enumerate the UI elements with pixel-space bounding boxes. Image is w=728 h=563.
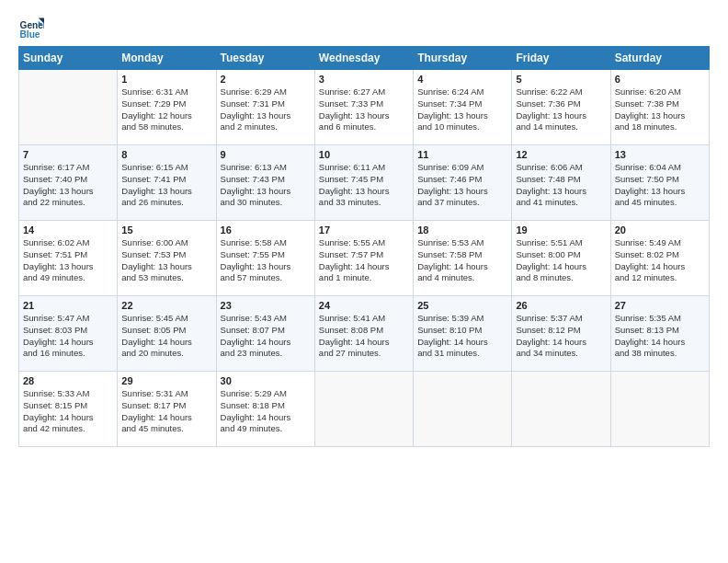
day-cell: 23Sunrise: 5:43 AM Sunset: 8:07 PM Dayli… [216,296,314,372]
day-number: 11 [417,149,507,160]
svg-text:Blue: Blue [20,29,40,40]
day-cell: 27Sunrise: 5:35 AM Sunset: 8:13 PM Dayli… [610,296,709,372]
day-info: Sunrise: 5:29 AM Sunset: 8:18 PM Dayligh… [221,388,311,435]
day-number: 19 [516,224,606,236]
weekday-header-friday: Friday [512,47,610,70]
week-row-3: 21Sunrise: 5:47 AM Sunset: 8:03 PM Dayli… [19,296,710,372]
day-number: 16 [221,224,311,236]
day-number: 20 [615,224,705,236]
day-number: 26 [516,300,606,311]
day-number: 2 [221,74,311,85]
day-cell: 25Sunrise: 5:39 AM Sunset: 8:10 PM Dayli… [414,296,512,372]
day-info: Sunrise: 5:58 AM Sunset: 7:55 PM Dayligh… [221,237,311,284]
day-info: Sunrise: 5:43 AM Sunset: 8:07 PM Dayligh… [221,313,311,360]
weekday-header-sunday: Sunday [19,47,118,70]
day-cell: 1Sunrise: 6:31 AM Sunset: 7:29 PM Daylig… [118,70,216,145]
day-info: Sunrise: 6:06 AM Sunset: 7:48 PM Dayligh… [516,162,606,209]
day-number: 30 [221,375,311,386]
week-row-0: 1Sunrise: 6:31 AM Sunset: 7:29 PM Daylig… [19,70,710,145]
day-cell: 10Sunrise: 6:11 AM Sunset: 7:45 PM Dayli… [314,145,413,221]
day-number: 21 [23,300,113,311]
day-number: 14 [23,224,113,236]
weekday-header-thursday: Thursday [414,47,512,70]
day-number: 5 [516,74,606,85]
day-info: Sunrise: 5:37 AM Sunset: 8:12 PM Dayligh… [516,313,606,360]
day-info: Sunrise: 6:22 AM Sunset: 7:36 PM Dayligh… [516,86,606,133]
day-info: Sunrise: 6:31 AM Sunset: 7:29 PM Dayligh… [121,86,211,133]
day-number: 9 [221,149,311,160]
day-cell: 22Sunrise: 5:45 AM Sunset: 8:05 PM Dayli… [118,296,216,372]
header: General Blue [18,17,710,42]
day-cell: 6Sunrise: 6:20 AM Sunset: 7:38 PM Daylig… [610,70,709,145]
day-cell: 2Sunrise: 6:29 AM Sunset: 7:31 PM Daylig… [216,70,314,145]
day-cell: 17Sunrise: 5:55 AM Sunset: 7:57 PM Dayli… [314,221,413,296]
day-info: Sunrise: 6:02 AM Sunset: 7:51 PM Dayligh… [23,237,113,284]
day-info: Sunrise: 6:00 AM Sunset: 7:53 PM Dayligh… [121,237,211,284]
day-info: Sunrise: 6:04 AM Sunset: 7:50 PM Dayligh… [615,162,705,209]
day-cell: 11Sunrise: 6:09 AM Sunset: 7:46 PM Dayli… [414,145,512,221]
day-cell: 21Sunrise: 5:47 AM Sunset: 8:03 PM Dayli… [19,296,118,372]
day-info: Sunrise: 6:15 AM Sunset: 7:41 PM Dayligh… [121,162,211,209]
day-cell [610,372,709,447]
day-info: Sunrise: 6:20 AM Sunset: 7:38 PM Dayligh… [615,86,705,133]
day-number: 15 [121,224,211,236]
weekday-header-monday: Monday [118,47,216,70]
page: General Blue SundayMondayTuesdayWednesda… [0,0,728,456]
day-number: 17 [319,224,409,236]
day-number: 22 [121,300,211,311]
day-info: Sunrise: 5:51 AM Sunset: 8:00 PM Dayligh… [516,237,606,284]
day-cell [512,372,610,447]
day-cell: 16Sunrise: 5:58 AM Sunset: 7:55 PM Dayli… [216,221,314,296]
day-info: Sunrise: 5:33 AM Sunset: 8:15 PM Dayligh… [23,388,113,435]
day-info: Sunrise: 5:47 AM Sunset: 8:03 PM Dayligh… [23,313,113,360]
day-number: 1 [121,74,211,85]
day-info: Sunrise: 5:31 AM Sunset: 8:17 PM Dayligh… [121,388,211,435]
day-cell: 15Sunrise: 6:00 AM Sunset: 7:53 PM Dayli… [118,221,216,296]
day-info: Sunrise: 5:45 AM Sunset: 8:05 PM Dayligh… [121,313,211,360]
day-cell: 13Sunrise: 6:04 AM Sunset: 7:50 PM Dayli… [610,145,709,221]
day-number: 10 [319,149,409,160]
day-cell: 8Sunrise: 6:15 AM Sunset: 7:41 PM Daylig… [118,145,216,221]
day-cell: 4Sunrise: 6:24 AM Sunset: 7:34 PM Daylig… [414,70,512,145]
day-number: 3 [319,74,409,85]
day-number: 6 [615,74,705,85]
day-info: Sunrise: 6:17 AM Sunset: 7:40 PM Dayligh… [23,162,113,209]
day-number: 12 [516,149,606,160]
weekday-header-saturday: Saturday [610,47,709,70]
logo: General Blue [18,17,44,42]
day-number: 25 [417,300,507,311]
day-number: 24 [319,300,409,311]
day-cell: 18Sunrise: 5:53 AM Sunset: 7:58 PM Dayli… [414,221,512,296]
logo-icon: General Blue [18,17,44,42]
day-cell [19,70,118,145]
day-cell: 14Sunrise: 6:02 AM Sunset: 7:51 PM Dayli… [19,221,118,296]
day-info: Sunrise: 5:39 AM Sunset: 8:10 PM Dayligh… [417,313,507,360]
day-cell: 20Sunrise: 5:49 AM Sunset: 8:02 PM Dayli… [610,221,709,296]
day-info: Sunrise: 6:11 AM Sunset: 7:45 PM Dayligh… [319,162,409,209]
day-cell: 26Sunrise: 5:37 AM Sunset: 8:12 PM Dayli… [512,296,610,372]
day-cell [414,372,512,447]
day-cell: 7Sunrise: 6:17 AM Sunset: 7:40 PM Daylig… [19,145,118,221]
day-info: Sunrise: 6:24 AM Sunset: 7:34 PM Dayligh… [417,86,507,133]
week-row-4: 28Sunrise: 5:33 AM Sunset: 8:15 PM Dayli… [19,372,710,447]
day-number: 18 [417,224,507,236]
day-number: 28 [23,375,113,386]
day-cell: 30Sunrise: 5:29 AM Sunset: 8:18 PM Dayli… [216,372,314,447]
day-cell [314,372,413,447]
day-number: 7 [23,149,113,160]
day-info: Sunrise: 6:27 AM Sunset: 7:33 PM Dayligh… [319,86,409,133]
day-cell: 3Sunrise: 6:27 AM Sunset: 7:33 PM Daylig… [314,70,413,145]
week-row-2: 14Sunrise: 6:02 AM Sunset: 7:51 PM Dayli… [19,221,710,296]
day-cell: 12Sunrise: 6:06 AM Sunset: 7:48 PM Dayli… [512,145,610,221]
day-number: 27 [615,300,705,311]
day-number: 13 [615,149,705,160]
day-cell: 29Sunrise: 5:31 AM Sunset: 8:17 PM Dayli… [118,372,216,447]
day-number: 23 [221,300,311,311]
weekday-header-wednesday: Wednesday [314,47,413,70]
calendar-table: SundayMondayTuesdayWednesdayThursdayFrid… [18,46,710,447]
day-cell: 5Sunrise: 6:22 AM Sunset: 7:36 PM Daylig… [512,70,610,145]
day-cell: 9Sunrise: 6:13 AM Sunset: 7:43 PM Daylig… [216,145,314,221]
day-info: Sunrise: 5:53 AM Sunset: 7:58 PM Dayligh… [417,237,507,284]
day-cell: 19Sunrise: 5:51 AM Sunset: 8:00 PM Dayli… [512,221,610,296]
day-cell: 24Sunrise: 5:41 AM Sunset: 8:08 PM Dayli… [314,296,413,372]
